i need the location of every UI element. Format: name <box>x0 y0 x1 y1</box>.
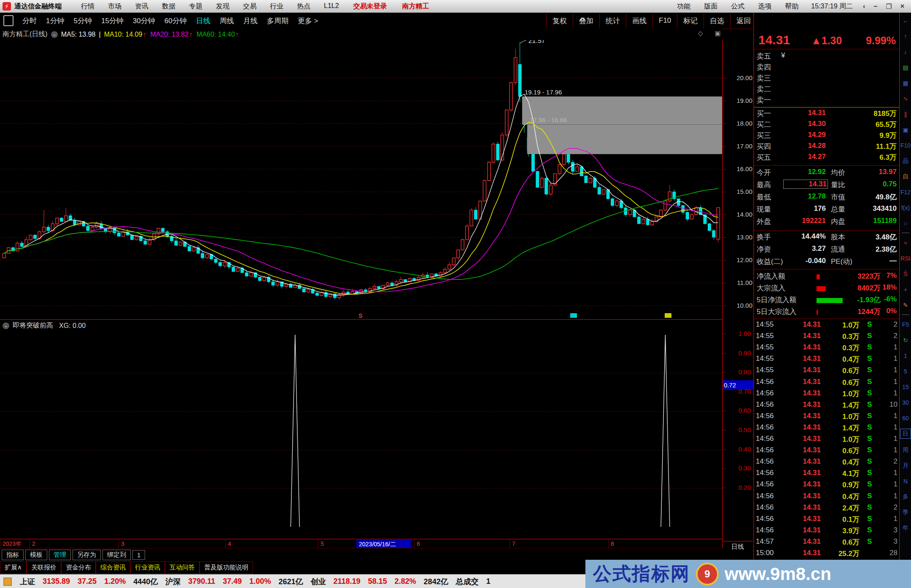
menu-市场[interactable]: 市场 <box>108 2 121 11</box>
tick-row[interactable]: 14:5614.310.1万S1 <box>754 515 899 526</box>
f10-button[interactable]: F10 <box>900 137 911 153</box>
menu-L1L2[interactable]: L1L2 <box>324 2 339 11</box>
tick-row[interactable]: 14:5614.311.4万S1 <box>754 423 899 435</box>
menu-功能[interactable]: 功能 <box>677 2 690 11</box>
collapse-icon[interactable]: ⌄ <box>3 322 9 329</box>
menu-交易[interactable]: 交易 <box>243 2 256 11</box>
tick-row[interactable]: 14:5514.310.4万S1 <box>754 354 899 366</box>
tool-自选[interactable]: 自选 <box>703 13 730 28</box>
tick-row[interactable]: 14:5614.311.0万S1 <box>754 435 899 446</box>
tab-互动问答[interactable]: 互动问答 <box>165 561 199 574</box>
tick-row[interactable]: 14:5614.311.0万S1 <box>754 389 899 400</box>
tick-row[interactable]: 14:5514.310.6万S1 <box>754 366 899 377</box>
menu-公式[interactable]: 公式 <box>731 2 744 11</box>
period-tab-15分钟[interactable]: 15分钟 <box>101 16 124 26</box>
tool-复权[interactable]: 复权 <box>546 13 573 28</box>
period-multi[interactable]: 多 <box>900 489 911 505</box>
tab-另存为[interactable]: 另存为 <box>73 550 101 560</box>
period-60[interactable]: 60 <box>900 410 911 426</box>
menu-行情[interactable]: 行情 <box>81 2 94 11</box>
period-15[interactable]: 15 <box>900 379 911 395</box>
period-1[interactable]: 1 <box>900 348 911 363</box>
period-tab-周线[interactable]: 周线 <box>220 16 234 26</box>
tool-返回[interactable]: 返回 <box>730 13 757 28</box>
tab-管理[interactable]: 管理 <box>49 550 71 560</box>
rsi-button[interactable]: RSI <box>900 250 911 266</box>
tab-关联报价[interactable]: 关联报价 <box>27 561 61 574</box>
down-arrow-icon[interactable]: ↓ <box>900 44 911 59</box>
s-icon[interactable]: Ŝ <box>900 266 911 282</box>
tick-row[interactable]: 14:5514.310.3万S1 <box>754 343 899 354</box>
period-5[interactable]: 5 <box>900 363 911 379</box>
tick-row[interactable]: 14:5614.310.4万S2 <box>754 457 899 469</box>
tool-标记[interactable]: 标记 <box>677 13 703 28</box>
tick-row[interactable]: 14:5714.310.6万S3 <box>754 537 899 549</box>
tick-row[interactable]: 14:5514.311.0万S2 <box>754 320 899 332</box>
tab-1[interactable]: 1 <box>132 550 145 560</box>
period-tab-5分钟[interactable]: 5分钟 <box>73 16 92 26</box>
chart-corner-icons[interactable]: ◇ ▣ <box>698 30 726 37</box>
formula-icon[interactable]: f(x) <box>900 200 911 215</box>
tick-row[interactable]: 15:0014.3125.2万28 <box>754 549 899 560</box>
tool-F10[interactable]: F10 <box>652 14 677 27</box>
kline-icon[interactable]: ∥ <box>900 106 911 122</box>
menu-数据[interactable]: 数据 <box>162 2 175 11</box>
period-tab-30分钟[interactable]: 30分钟 <box>133 16 155 26</box>
tool-统计[interactable]: 统计 <box>599 13 626 28</box>
close-button[interactable]: × <box>900 3 904 11</box>
period-day[interactable]: 日 <box>900 429 911 439</box>
tick-row[interactable]: 14:5614.310.6万S1 <box>754 446 899 457</box>
period-tab-月线[interactable]: 月线 <box>243 16 258 26</box>
period-tab-多周期[interactable]: 多周期 <box>267 16 288 26</box>
tab-绑定到[interactable]: 绑定到 <box>102 550 131 560</box>
menu-选项[interactable]: 选项 <box>758 2 771 11</box>
minimize-button[interactable]: – <box>873 3 877 11</box>
alert-南方精工[interactable]: 南方精工 <box>402 2 429 11</box>
tick-row[interactable]: 14:5514.310.3万S2 <box>754 332 899 343</box>
tick-row[interactable]: 14:5614.313.9万S3 <box>754 526 899 537</box>
quote-table-icon[interactable]: ▦ <box>900 75 911 91</box>
menu-行业[interactable]: 行业 <box>270 2 283 11</box>
up-arrow-icon[interactable]: ↑ <box>900 28 911 44</box>
period-tab-日线[interactable]: 日线 <box>196 16 210 26</box>
period-tab-1分钟[interactable]: 1分钟 <box>46 16 64 26</box>
menu-资讯[interactable]: 资讯 <box>135 2 148 11</box>
candlestick-chart[interactable]: 19.19 - 17.9617.96 - 16.6621.57S <box>0 40 722 319</box>
maximize-button[interactable]: ❐ <box>886 3 892 11</box>
trend-line-icon[interactable]: ∿ <box>900 91 911 106</box>
f12-button[interactable]: F12 <box>900 184 911 200</box>
circle-icon[interactable]: ○ <box>900 215 911 231</box>
tick-row[interactable]: 14:5614.310.9万S1 <box>754 480 899 491</box>
tab-普及版功能说明[interactable]: 普及版功能说明 <box>199 561 253 574</box>
report-icon[interactable]: ▤ <box>900 59 911 75</box>
period-30[interactable]: 30 <box>900 395 911 410</box>
refresh-icon[interactable]: ↻ <box>900 332 911 348</box>
tab-模板[interactable]: 模板 <box>25 550 47 560</box>
tool-画线[interactable]: 画线 <box>626 13 652 28</box>
menu-发现[interactable]: 发现 <box>216 2 229 11</box>
tick-row[interactable]: 14:5614.311.0万S1 <box>754 412 899 423</box>
pencil-icon[interactable]: ✎ <box>900 297 911 313</box>
collapse-icon[interactable]: ⌄ <box>51 31 58 38</box>
period-n[interactable]: N <box>900 473 911 489</box>
tick-row[interactable]: 14:5614.310.6万S1 <box>754 378 899 389</box>
f5-button[interactable]: F5 <box>900 317 911 332</box>
tick-row[interactable]: 14:5614.311.4万S10 <box>754 400 899 412</box>
tick-row[interactable]: 14:5614.314.1万S1 <box>754 469 899 480</box>
zixuan-button[interactable]: 自 <box>900 169 911 184</box>
tab-指标[interactable]: 指标 <box>2 550 24 560</box>
period-month[interactable]: 月 <box>900 458 911 473</box>
menu-版面[interactable]: 版面 <box>704 2 717 11</box>
indicator-panel[interactable] <box>0 319 722 540</box>
tick-row[interactable]: 14:5614.312.4万S2 <box>754 503 899 515</box>
tool-叠加[interactable]: 叠加 <box>573 13 599 28</box>
menu-帮助[interactable]: 帮助 <box>785 2 798 11</box>
period-tab-更多 >[interactable]: 更多 > <box>298 16 318 26</box>
tick-row[interactable]: 14:5614.310.4万S1 <box>754 492 899 503</box>
wave-icon[interactable]: ≈ <box>900 235 911 250</box>
period-week[interactable]: 周 <box>900 442 911 458</box>
move-icon[interactable]: + <box>900 282 911 297</box>
back-button[interactable]: ‹ <box>863 3 865 11</box>
alert-交易未登录[interactable]: 交易未登录 <box>353 2 387 11</box>
status-icon[interactable] <box>3 577 12 586</box>
